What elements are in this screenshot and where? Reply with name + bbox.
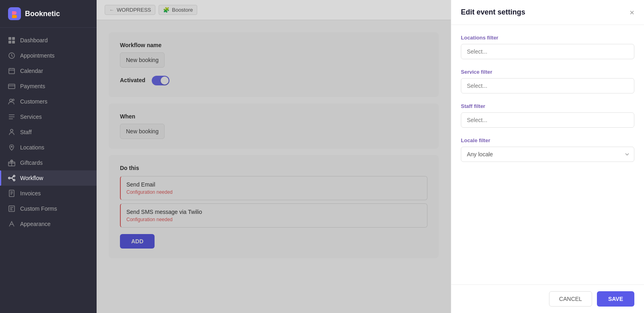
sidebar-item-locations[interactable]: Locations — [0, 140, 97, 155]
svg-point-9 — [12, 99, 14, 101]
sidebar-item-giftcards[interactable]: Giftcards — [0, 155, 97, 170]
service-filter-label: Service filter — [461, 69, 634, 75]
sidebar-item-invoices[interactable]: Invoices — [0, 186, 97, 201]
sidebar-item-giftcards-label: Giftcards — [20, 160, 43, 166]
sidebar-item-staff-label: Staff — [20, 129, 32, 135]
giftcards-icon — [8, 159, 15, 166]
sidebar-item-appointments-label: Appointments — [20, 52, 55, 59]
service-filter-section: Service filter — [461, 69, 634, 93]
sidebar-item-dashboard[interactable]: Dashboard — [0, 33, 97, 48]
sidebar-item-invoices-label: Invoices — [20, 190, 41, 197]
payments-icon — [8, 83, 15, 90]
svg-rect-4 — [12, 41, 15, 44]
svg-rect-7 — [8, 84, 15, 89]
booknetic-logo-icon — [8, 7, 21, 20]
edit-event-panel: Edit event settings × Locations filter S… — [451, 0, 644, 313]
sidebar-item-customers-label: Customers — [20, 98, 47, 105]
sidebar-item-appearance[interactable]: Appearance — [0, 216, 97, 232]
custom-forms-icon — [8, 205, 15, 212]
customers-icon — [8, 98, 15, 105]
panel-footer: CANCEL SAVE — [451, 284, 644, 313]
sidebar-item-locations-label: Locations — [20, 144, 44, 151]
sidebar-item-customers[interactable]: Customers — [0, 94, 97, 109]
modal-overlay — [97, 0, 451, 313]
locations-filter-section: Locations filter — [461, 35, 634, 59]
locale-filter-section: Locale filter Any locale English French … — [461, 137, 634, 162]
panel-close-button[interactable]: × — [630, 8, 634, 17]
sidebar-item-custom-forms-label: Custom Forms — [20, 205, 57, 212]
svg-point-10 — [10, 129, 13, 132]
sidebar-item-staff[interactable]: Staff — [0, 124, 97, 140]
panel-header: Edit event settings × — [451, 0, 644, 25]
workflow-icon — [8, 174, 15, 182]
services-icon — [8, 113, 15, 120]
svg-rect-2 — [12, 37, 15, 40]
logo-area: Booknetic — [0, 0, 97, 28]
sidebar-nav: Dashboard Appointments Calendar Payments… — [0, 28, 97, 313]
svg-rect-6 — [9, 68, 14, 74]
staff-filter-label: Staff filter — [461, 103, 634, 109]
sidebar: Booknetic Dashboard Appointments Calenda… — [0, 0, 97, 313]
sidebar-item-payments[interactable]: Payments — [0, 79, 97, 94]
sidebar-item-calendar[interactable]: Calendar — [0, 63, 97, 79]
svg-point-14 — [13, 175, 15, 177]
sidebar-item-services-label: Services — [20, 114, 42, 120]
panel-body: Locations filter Service filter Staff fi… — [451, 25, 644, 284]
main-area: ← WORDPRESS 🧩 Boostore Workflow name New… — [97, 0, 644, 313]
cancel-button[interactable]: CANCEL — [549, 291, 592, 307]
svg-point-15 — [13, 179, 15, 181]
staff-icon — [8, 129, 15, 136]
sidebar-item-appearance-label: Appearance — [20, 221, 51, 227]
appointments-icon — [8, 52, 15, 59]
appearance-icon — [8, 220, 15, 228]
save-button[interactable]: SAVE — [597, 291, 634, 307]
dashboard-icon — [8, 37, 15, 44]
svg-point-11 — [11, 146, 12, 147]
svg-rect-1 — [8, 37, 11, 40]
invoices-icon — [8, 190, 15, 197]
sidebar-item-services[interactable]: Services — [0, 109, 97, 124]
sidebar-item-workflow[interactable]: Workflow — [0, 170, 97, 186]
sidebar-item-custom-forms[interactable]: Custom Forms — [0, 201, 97, 216]
sidebar-item-appointments[interactable]: Appointments — [0, 48, 97, 63]
svg-point-8 — [10, 99, 12, 102]
svg-rect-3 — [8, 41, 11, 44]
locale-filter-select[interactable]: Any locale English French German Spanish — [461, 147, 634, 162]
sidebar-item-workflow-label: Workflow — [20, 175, 43, 181]
logo-text: Booknetic — [25, 10, 60, 18]
locations-icon — [8, 144, 15, 151]
svg-point-13 — [8, 177, 10, 179]
sidebar-item-payments-label: Payments — [20, 83, 45, 89]
staff-filter-section: Staff filter — [461, 103, 634, 128]
locale-filter-label: Locale filter — [461, 137, 634, 143]
panel-title: Edit event settings — [461, 8, 525, 17]
locations-filter-input[interactable] — [461, 44, 634, 59]
sidebar-item-calendar-label: Calendar — [20, 68, 43, 74]
locations-filter-label: Locations filter — [461, 35, 634, 41]
svg-rect-16 — [9, 190, 14, 197]
sidebar-item-dashboard-label: Dashboard — [20, 37, 48, 44]
calendar-icon — [8, 67, 15, 75]
staff-filter-input[interactable] — [461, 112, 634, 128]
service-filter-input[interactable] — [461, 78, 634, 93]
